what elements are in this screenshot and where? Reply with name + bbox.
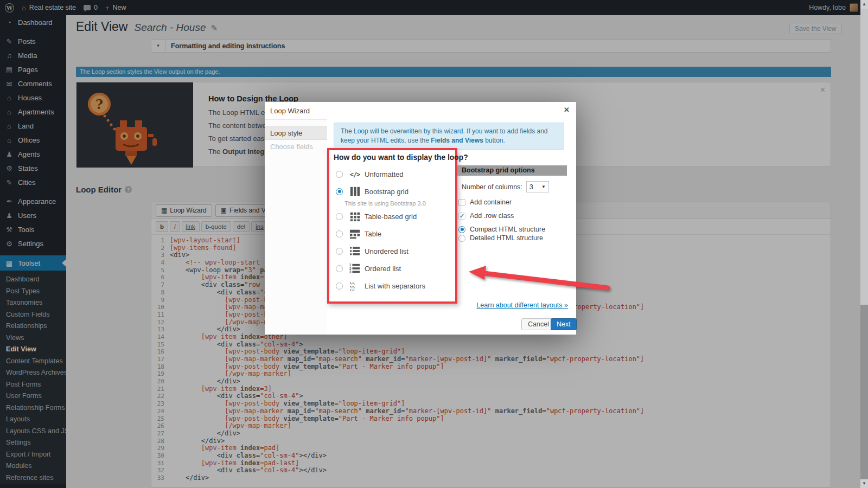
radio-unordered-list[interactable] bbox=[336, 248, 343, 255]
option-label: Table bbox=[362, 230, 381, 238]
radio-label: Detailed HTML structure bbox=[470, 234, 543, 242]
loop-style-options: </>UnformattedBootstrap gridThis site is… bbox=[333, 165, 455, 294]
scroll-up-arrow[interactable]: ▲ bbox=[860, 0, 868, 9]
option-label: List with separators bbox=[362, 282, 425, 290]
radio-compact-html-structure[interactable]: Compact HTML structure bbox=[458, 226, 545, 233]
red-annotation-box: How do you want to display the loop? </>… bbox=[327, 148, 457, 304]
radio-button[interactable] bbox=[458, 235, 465, 242]
radio-table[interactable] bbox=[336, 230, 343, 237]
loop-style-option-list-with-separators[interactable]: ▪,▪,▪,▪,▪,▪.List with separators bbox=[333, 277, 455, 294]
svg-text:3: 3 bbox=[349, 270, 352, 274]
radio-table-based-grid[interactable] bbox=[336, 213, 343, 220]
modal-title: Loop Wizard bbox=[270, 107, 310, 115]
loop-wizard-modal: Loop Wizard ✕ Loop styleChoose fields Th… bbox=[265, 102, 576, 335]
bootstrap-grid-icon bbox=[347, 186, 362, 197]
checkbox-label: Add .row class bbox=[470, 212, 514, 220]
radio-bootstrap-grid[interactable] bbox=[336, 188, 343, 195]
checkbox-add-row-class[interactable]: ✓Add .row class bbox=[458, 212, 514, 220]
unordered-list-icon bbox=[347, 246, 362, 256]
loop-style-option-bootstrap-grid[interactable]: Bootstrap grid bbox=[333, 183, 455, 200]
wordpress-admin-page: W ⌂ Real estate site 0 + New Howdy, lobo… bbox=[0, 0, 868, 488]
radio-detailed-html-structure[interactable]: Detailed HTML structure bbox=[458, 234, 543, 242]
learn-layouts-link[interactable]: Learn about different layouts » bbox=[476, 301, 568, 309]
separators-list-icon: ▪,▪,▪,▪,▪,▪. bbox=[347, 280, 362, 291]
option-label: Ordered list bbox=[362, 265, 401, 273]
scrollbar: ▲ ▼ bbox=[860, 0, 868, 488]
columns-value: 3 bbox=[529, 183, 533, 191]
table-grid-icon bbox=[347, 211, 362, 222]
scroll-down-arrow[interactable]: ▼ bbox=[860, 479, 868, 488]
bootstrap-options-header: Bootstrap grid options bbox=[457, 165, 567, 176]
svg-text:▪,▪.: ▪,▪. bbox=[350, 287, 355, 291]
loop-style-option-table-based-grid[interactable]: Table-based grid bbox=[333, 208, 455, 225]
radio-label: Compact HTML structure bbox=[470, 226, 545, 233]
checkbox-box[interactable]: ✓ bbox=[458, 213, 465, 220]
ordered-list-icon: 123 bbox=[347, 263, 362, 274]
wizard-notice: The Loop will be overwritten by this wiz… bbox=[334, 123, 564, 150]
radio-list-with-separators[interactable] bbox=[336, 282, 343, 290]
bootstrap-version-note: This site is using Bootstrap 3.0 bbox=[344, 200, 455, 208]
checkbox-label: Add container bbox=[470, 198, 512, 206]
checkbox-add-container[interactable]: Add container bbox=[458, 198, 512, 206]
loop-style-option-unformatted[interactable]: </>Unformatted bbox=[333, 165, 455, 183]
option-label: Unordered list bbox=[362, 247, 409, 255]
scrollbar-thumb[interactable] bbox=[860, 305, 868, 479]
columns-row: Number of columns: 3 ▼ bbox=[462, 181, 549, 192]
radio-ordered-list[interactable] bbox=[336, 265, 343, 272]
option-label: Unformatted bbox=[362, 170, 404, 178]
loop-style-option-unordered-list[interactable]: Unordered list bbox=[333, 242, 455, 260]
wizard-steps: Loop styleChoose fields bbox=[265, 119, 327, 335]
chevron-down-icon: ▼ bbox=[541, 184, 546, 189]
code-icon: </> bbox=[347, 169, 362, 179]
radio-unformatted[interactable] bbox=[336, 171, 343, 178]
option-label: Table-based grid bbox=[362, 213, 417, 221]
loop-style-option-table[interactable]: Table bbox=[333, 225, 455, 242]
radio-button[interactable] bbox=[458, 226, 465, 233]
loop-style-option-ordered-list[interactable]: 123Ordered list bbox=[333, 260, 455, 277]
table-icon bbox=[347, 228, 362, 239]
columns-label: Number of columns: bbox=[462, 183, 522, 191]
checkbox-box[interactable] bbox=[458, 199, 465, 206]
option-label: Bootstrap grid bbox=[362, 188, 409, 196]
wizard-step-choose-fields[interactable]: Choose fields bbox=[265, 140, 327, 154]
next-button[interactable]: Next bbox=[551, 318, 577, 330]
bold-text: Fields and Views bbox=[431, 137, 483, 144]
modal-close-icon[interactable]: ✕ bbox=[564, 106, 570, 114]
wizard-question: How do you want to display the loop? bbox=[334, 153, 468, 162]
columns-select[interactable]: 3 ▼ bbox=[526, 181, 549, 192]
wizard-step-loop-style[interactable]: Loop style bbox=[265, 126, 327, 140]
